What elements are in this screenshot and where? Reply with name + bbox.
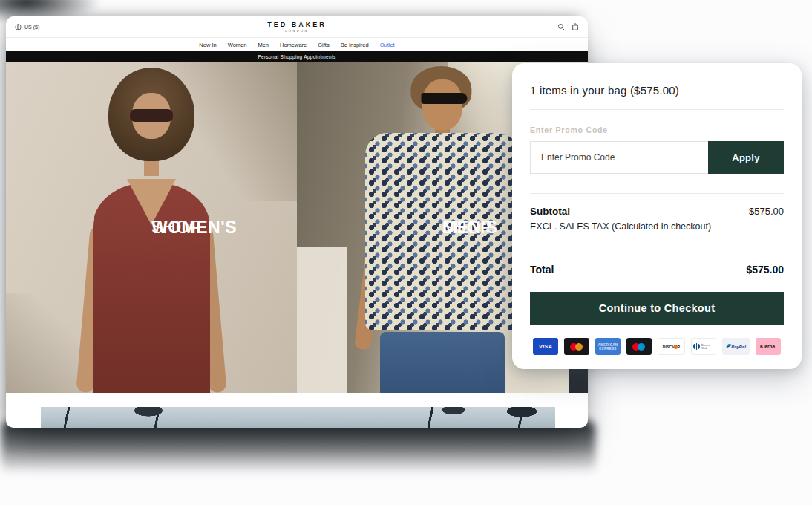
photo-shape <box>435 127 450 143</box>
photo-shape <box>108 68 194 161</box>
globe-icon <box>15 24 22 30</box>
photo-shape <box>93 183 210 393</box>
site-header: US ($) TED BAKER LONDON <box>6 16 588 38</box>
photo-shape <box>297 247 347 393</box>
window-shadow-bottom <box>1 420 595 474</box>
promo-banner-text: Personal Shopping Appointments <box>258 54 335 59</box>
total-row: Total $575.00 <box>530 264 784 276</box>
american-express-badge: AMERICAN EXPRESS <box>595 338 621 355</box>
subtotal-label: Subtotal <box>530 206 570 217</box>
brand-city: LONDON <box>267 29 327 33</box>
locale-selector[interactable]: US ($) <box>15 24 39 30</box>
cart-panel: 1 items in your bag ($575.00) Enter Prom… <box>512 63 802 369</box>
bag-icon[interactable] <box>572 23 579 30</box>
shop-womens-link[interactable]: SHOP WOMEN'S <box>6 62 297 393</box>
visa-badge: VISA <box>533 338 558 355</box>
brand-name: TED BAKER <box>267 21 327 28</box>
discover-badge: DISCVER <box>658 338 685 355</box>
photo-shape <box>127 179 176 225</box>
photo-shape <box>380 332 505 393</box>
divider <box>530 109 784 110</box>
paypal-badge: PayPal <box>722 338 750 355</box>
subtotal-row: Subtotal $575.00 <box>530 206 784 217</box>
tax-note: EXCL. SALES TAX (Calculated in checkout) <box>530 221 784 232</box>
divider <box>530 193 784 194</box>
hero-section: SHOP WOMEN'S SHOP MEN'S <box>6 62 588 393</box>
klarna-badge: Klarna. <box>756 338 781 355</box>
promo-input[interactable] <box>530 141 708 174</box>
nav-item-be-inspired[interactable]: Be Inspired <box>341 42 369 48</box>
header-icons <box>557 23 579 30</box>
photo-shape <box>6 293 122 393</box>
apply-button[interactable]: Apply <box>708 141 784 174</box>
divider <box>530 247 784 247</box>
nav-item-homeware[interactable]: Homeware <box>280 42 307 48</box>
diners-club-icon <box>693 343 700 350</box>
photo-shape <box>130 109 173 122</box>
total-value: $575.00 <box>746 264 784 276</box>
storefront-window: US ($) TED BAKER LONDON Ne <box>6 16 588 428</box>
promo-section-label: Enter Promo Code <box>530 126 784 134</box>
main-nav: New In Women Men Homeware Gifts Be Inspi… <box>6 38 588 51</box>
payment-methods: VISA AMERICAN EXPRESS DISCVER Diners Clu… <box>530 338 784 355</box>
promo-banner[interactable]: Personal Shopping Appointments <box>6 51 588 62</box>
promo-row: Apply <box>530 141 784 174</box>
checkout-button[interactable]: Continue to Checkout <box>530 292 784 325</box>
diners-club-badge: Diners Club <box>691 338 716 355</box>
paypal-icon <box>726 343 730 350</box>
nav-item-gifts[interactable]: Gifts <box>318 42 329 48</box>
photo-shape <box>421 93 467 104</box>
subtotal-value: $575.00 <box>749 206 784 217</box>
locale-label: US ($) <box>24 25 39 30</box>
photo-shape <box>365 133 520 330</box>
photo-shape <box>354 238 384 351</box>
search-icon[interactable] <box>557 23 565 30</box>
nav-item-outlet[interactable]: Outlet <box>380 42 395 48</box>
maestro-badge <box>626 338 652 355</box>
nav-item-women[interactable]: Women <box>228 42 247 48</box>
cart-title: 1 items in your bag ($575.00) <box>530 84 784 97</box>
photo-shape <box>422 79 462 130</box>
photo-shape <box>76 225 108 393</box>
photo-shape <box>117 62 297 201</box>
photo-shape <box>132 93 171 139</box>
photo-shape <box>410 66 471 112</box>
brand-logo[interactable]: TED BAKER LONDON <box>267 21 327 33</box>
nav-item-men[interactable]: Men <box>258 42 269 48</box>
photo-shape <box>144 157 159 176</box>
nav-item-new-in[interactable]: New In <box>199 42 216 48</box>
total-label: Total <box>530 264 554 276</box>
mastercard-badge <box>564 338 589 355</box>
photo-shape <box>194 225 227 393</box>
palm-banner-image <box>41 407 555 428</box>
